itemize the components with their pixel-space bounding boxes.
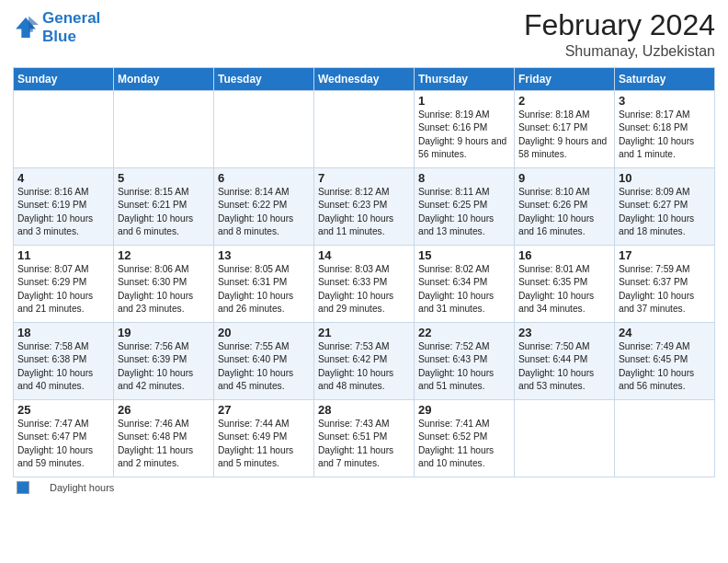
- calendar-cell: 11Sunrise: 8:07 AM Sunset: 6:29 PM Dayli…: [14, 246, 114, 323]
- calendar-cell: 18Sunrise: 7:58 AM Sunset: 6:38 PM Dayli…: [14, 323, 114, 400]
- day-number: 12: [118, 248, 210, 262]
- day-number: 25: [17, 403, 109, 417]
- col-header-tuesday: Tuesday: [214, 68, 314, 91]
- day-number: 15: [418, 248, 510, 262]
- day-number: 27: [218, 403, 310, 417]
- calendar-table: SundayMondayTuesdayWednesdayThursdayFrid…: [13, 67, 715, 477]
- day-number: 11: [17, 248, 109, 262]
- calendar-cell: 3Sunrise: 8:17 AM Sunset: 6:18 PM Daylig…: [615, 91, 715, 168]
- calendar-cell: 27Sunrise: 7:44 AM Sunset: 6:49 PM Dayli…: [214, 400, 314, 477]
- day-number: 21: [318, 326, 410, 339]
- day-number: 17: [619, 248, 711, 262]
- calendar-cell: 2Sunrise: 8:18 AM Sunset: 6:17 PM Daylig…: [515, 91, 615, 168]
- header: General Blue February 2024 Shumanay, Uzb…: [13, 9, 715, 60]
- calendar-cell: 16Sunrise: 8:01 AM Sunset: 6:35 PM Dayli…: [515, 246, 615, 323]
- day-number: 6: [218, 171, 310, 185]
- day-number: 4: [17, 171, 109, 185]
- calendar-cell: 12Sunrise: 8:06 AM Sunset: 6:30 PM Dayli…: [114, 246, 214, 323]
- daylight-swatch: [17, 481, 29, 494]
- day-info: Sunrise: 8:19 AM Sunset: 6:16 PM Dayligh…: [418, 109, 510, 161]
- day-info: Sunrise: 7:59 AM Sunset: 6:37 PM Dayligh…: [619, 263, 711, 316]
- title-block: February 2024 Shumanay, Uzbekistan: [524, 9, 715, 60]
- day-number: 26: [118, 403, 210, 417]
- calendar-cell: 22Sunrise: 7:52 AM Sunset: 6:43 PM Dayli…: [415, 323, 515, 400]
- day-info: Sunrise: 8:02 AM Sunset: 6:34 PM Dayligh…: [418, 263, 510, 316]
- day-info: Sunrise: 8:10 AM Sunset: 6:26 PM Dayligh…: [518, 186, 610, 238]
- day-info: Sunrise: 7:46 AM Sunset: 6:48 PM Dayligh…: [118, 418, 210, 470]
- main-title: February 2024: [524, 9, 715, 41]
- day-info: Sunrise: 8:07 AM Sunset: 6:29 PM Dayligh…: [17, 263, 109, 316]
- day-number: 2: [518, 94, 610, 108]
- col-header-monday: Monday: [114, 68, 214, 91]
- day-number: 10: [619, 171, 711, 185]
- col-header-sunday: Sunday: [14, 68, 114, 91]
- calendar-cell: [114, 91, 214, 168]
- col-header-saturday: Saturday: [615, 68, 715, 91]
- calendar-cell: 20Sunrise: 7:55 AM Sunset: 6:40 PM Dayli…: [214, 323, 314, 400]
- calendar-cell: 21Sunrise: 7:53 AM Sunset: 6:42 PM Dayli…: [314, 323, 415, 400]
- day-info: Sunrise: 7:55 AM Sunset: 6:40 PM Dayligh…: [218, 340, 310, 393]
- calendar-cell: 13Sunrise: 8:05 AM Sunset: 6:31 PM Dayli…: [214, 246, 314, 323]
- day-number: 7: [318, 171, 410, 185]
- day-number: 29: [418, 403, 510, 417]
- day-info: Sunrise: 8:09 AM Sunset: 6:27 PM Dayligh…: [619, 186, 711, 238]
- calendar-cell: 8Sunrise: 8:11 AM Sunset: 6:25 PM Daylig…: [415, 168, 515, 246]
- day-number: 23: [518, 326, 610, 339]
- calendar-cell: 23Sunrise: 7:50 AM Sunset: 6:44 PM Dayli…: [515, 323, 615, 400]
- week-row-3: 18Sunrise: 7:58 AM Sunset: 6:38 PM Dayli…: [14, 323, 715, 400]
- day-info: Sunrise: 7:50 AM Sunset: 6:44 PM Dayligh…: [518, 340, 610, 393]
- calendar-cell: [14, 91, 114, 168]
- week-row-0: 1Sunrise: 8:19 AM Sunset: 6:16 PM Daylig…: [14, 91, 715, 168]
- logo-text: General Blue: [42, 9, 100, 45]
- day-number: 5: [118, 171, 210, 185]
- day-info: Sunrise: 7:49 AM Sunset: 6:45 PM Dayligh…: [619, 340, 711, 393]
- day-info: Sunrise: 8:06 AM Sunset: 6:30 PM Dayligh…: [118, 263, 210, 316]
- day-info: Sunrise: 8:01 AM Sunset: 6:35 PM Dayligh…: [518, 263, 610, 316]
- day-number: 8: [418, 171, 510, 185]
- calendar-cell: 9Sunrise: 8:10 AM Sunset: 6:26 PM Daylig…: [515, 168, 615, 246]
- day-number: 20: [218, 326, 310, 339]
- daylight-label: Daylight hours: [50, 482, 114, 493]
- day-info: Sunrise: 8:05 AM Sunset: 6:31 PM Dayligh…: [218, 263, 310, 316]
- day-info: Sunrise: 8:15 AM Sunset: 6:21 PM Dayligh…: [118, 186, 210, 238]
- calendar-cell: 29Sunrise: 7:41 AM Sunset: 6:52 PM Dayli…: [415, 400, 515, 477]
- day-number: 28: [318, 403, 410, 417]
- calendar-cell: 17Sunrise: 7:59 AM Sunset: 6:37 PM Dayli…: [615, 246, 715, 323]
- calendar-cell: 26Sunrise: 7:46 AM Sunset: 6:48 PM Dayli…: [114, 400, 214, 477]
- calendar-cell: 25Sunrise: 7:47 AM Sunset: 6:47 PM Dayli…: [14, 400, 114, 477]
- day-info: Sunrise: 8:14 AM Sunset: 6:22 PM Dayligh…: [218, 186, 310, 238]
- calendar-cell: 7Sunrise: 8:12 AM Sunset: 6:23 PM Daylig…: [314, 168, 415, 246]
- logo: General Blue: [13, 9, 100, 45]
- calendar-cell: [515, 400, 615, 477]
- day-number: 13: [218, 248, 310, 262]
- week-row-1: 4Sunrise: 8:16 AM Sunset: 6:19 PM Daylig…: [14, 168, 715, 246]
- day-info: Sunrise: 7:41 AM Sunset: 6:52 PM Dayligh…: [418, 418, 510, 470]
- col-header-thursday: Thursday: [415, 68, 515, 91]
- day-info: Sunrise: 7:52 AM Sunset: 6:43 PM Dayligh…: [418, 340, 510, 393]
- calendar-cell: 4Sunrise: 8:16 AM Sunset: 6:19 PM Daylig…: [14, 168, 114, 246]
- calendar-cell: 10Sunrise: 8:09 AM Sunset: 6:27 PM Dayli…: [615, 168, 715, 246]
- day-number: 24: [619, 326, 711, 339]
- logo-icon: [13, 15, 39, 40]
- day-info: Sunrise: 8:12 AM Sunset: 6:23 PM Dayligh…: [318, 186, 410, 238]
- day-number: 18: [17, 326, 109, 339]
- calendar-cell: 28Sunrise: 7:43 AM Sunset: 6:51 PM Dayli…: [314, 400, 415, 477]
- day-number: 14: [318, 248, 410, 262]
- calendar-cell: [314, 91, 415, 168]
- calendar-cell: 14Sunrise: 8:03 AM Sunset: 6:33 PM Dayli…: [314, 246, 415, 323]
- day-info: Sunrise: 7:58 AM Sunset: 6:38 PM Dayligh…: [17, 340, 109, 393]
- calendar-cell: 24Sunrise: 7:49 AM Sunset: 6:45 PM Dayli…: [615, 323, 715, 400]
- day-info: Sunrise: 7:47 AM Sunset: 6:47 PM Dayligh…: [17, 418, 109, 470]
- calendar-cell: 1Sunrise: 8:19 AM Sunset: 6:16 PM Daylig…: [415, 91, 515, 168]
- day-number: 16: [518, 248, 610, 262]
- calendar-cell: 6Sunrise: 8:14 AM Sunset: 6:22 PM Daylig…: [214, 168, 314, 246]
- day-number: 9: [518, 171, 610, 185]
- sub-title: Shumanay, Uzbekistan: [524, 43, 715, 60]
- day-info: Sunrise: 8:18 AM Sunset: 6:17 PM Dayligh…: [518, 109, 610, 161]
- day-number: 1: [418, 94, 510, 108]
- main-container: General Blue February 2024 Shumanay, Uzb…: [0, 0, 728, 500]
- week-row-2: 11Sunrise: 8:07 AM Sunset: 6:29 PM Dayli…: [14, 246, 715, 323]
- day-number: 3: [619, 94, 711, 108]
- calendar-cell: 15Sunrise: 8:02 AM Sunset: 6:34 PM Dayli…: [415, 246, 515, 323]
- col-header-wednesday: Wednesday: [314, 68, 415, 91]
